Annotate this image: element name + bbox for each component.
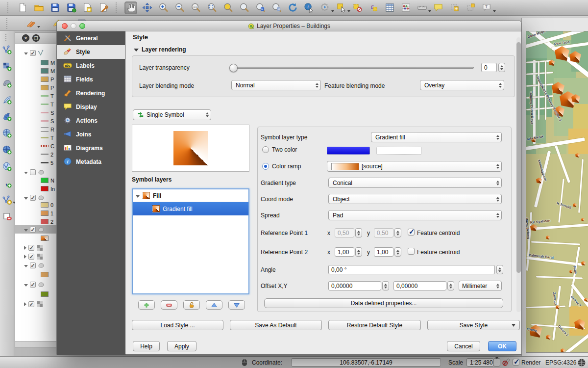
float-panel-icon[interactable]: ❐ bbox=[32, 34, 40, 42]
layer-legend-row[interactable]: C bbox=[15, 142, 56, 150]
ref1-centroid-checkbox[interactable] bbox=[408, 229, 415, 236]
select-features-icon[interactable] bbox=[335, 1, 347, 14]
layer-legend-row[interactable]: P bbox=[15, 83, 56, 92]
scale-combo-arrow[interactable] bbox=[493, 358, 500, 367]
zoom-window-icon[interactable] bbox=[79, 23, 85, 29]
add-wfs-layer-icon[interactable] bbox=[1, 160, 13, 172]
offset-y-field[interactable]: 0,00000 bbox=[393, 281, 446, 290]
layer-legend-row[interactable]: 0 bbox=[15, 201, 56, 209]
layer-blending-combo[interactable]: Normal bbox=[231, 80, 321, 90]
zoom-next-icon[interactable] bbox=[270, 1, 283, 14]
sidebar-item-metadata[interactable]: iMetadata bbox=[57, 155, 125, 169]
sidebar-item-rendering[interactable]: Rendering bbox=[57, 86, 125, 100]
layer-legend-row[interactable]: P bbox=[15, 75, 56, 83]
layer-group-row[interactable]: ✓ bbox=[15, 252, 56, 261]
epsg-status[interactable]: EPSG:4326 bbox=[545, 359, 576, 366]
layer-legend-row[interactable] bbox=[15, 270, 56, 279]
layer-group-row[interactable]: ✓ bbox=[15, 280, 56, 289]
sidebar-item-labels[interactable]: abcLabels bbox=[57, 59, 125, 73]
layer-legend-row[interactable] bbox=[15, 290, 56, 298]
layer-legend-row[interactable]: M bbox=[15, 58, 56, 67]
ref2-y-stepper[interactable] bbox=[394, 247, 401, 257]
add-postgis-layer-icon[interactable] bbox=[1, 77, 13, 89]
zoom-to-selection-icon[interactable] bbox=[221, 1, 234, 14]
ref1-y-stepper[interactable] bbox=[394, 228, 401, 237]
color-ramp-combo[interactable]: [source] bbox=[327, 161, 502, 172]
move-down-button[interactable] bbox=[228, 300, 245, 310]
layer-rendering-toggle[interactable]: Layer rendering bbox=[134, 46, 186, 53]
lock-symbol-layer-button[interactable] bbox=[183, 300, 200, 310]
pan-map-icon[interactable] bbox=[124, 1, 137, 14]
ref1-y-field[interactable]: 0,50 bbox=[374, 228, 393, 237]
layer-legend-row[interactable]: 2 bbox=[15, 217, 56, 226]
layer-group-row[interactable]: ✓ bbox=[15, 261, 56, 269]
cancel-button[interactable]: Cancel bbox=[447, 341, 480, 351]
sidebar-item-general[interactable]: General bbox=[57, 31, 125, 45]
dialog-titlebar[interactable]: Layer Properties – Buildings bbox=[57, 21, 521, 31]
ref1-x-field[interactable]: 0,50 bbox=[335, 228, 354, 237]
spread-combo[interactable]: Pad bbox=[328, 210, 502, 220]
map-canvas[interactable]: Daan MogotKyai TapaTransjakarta Busway K… bbox=[526, 31, 588, 353]
layer-legend-row[interactable]: S bbox=[15, 117, 56, 125]
coordinate-field[interactable]: 106.83507,-6.17149 bbox=[291, 358, 441, 367]
refresh-map-icon[interactable] bbox=[286, 1, 299, 14]
sidebar-item-joins[interactable]: Joins bbox=[57, 128, 125, 141]
add-spatialite-layer-icon[interactable] bbox=[1, 94, 13, 105]
add-delimited-text-layer-icon[interactable]: , bbox=[1, 177, 13, 189]
layer-legend-row[interactable]: S bbox=[15, 108, 56, 117]
angle-stepper[interactable] bbox=[496, 265, 503, 274]
stop-rendering-icon[interactable] bbox=[502, 358, 511, 367]
save-project-as-icon[interactable] bbox=[65, 1, 77, 14]
composer-manager-icon[interactable] bbox=[97, 1, 110, 14]
offset-x-field[interactable]: 0,00000 bbox=[328, 281, 381, 290]
move-up-button[interactable] bbox=[206, 300, 222, 310]
select-by-expression-icon[interactable]: ε bbox=[367, 1, 380, 14]
remove-symbol-layer-button[interactable] bbox=[161, 300, 177, 310]
sidebar-item-fields[interactable]: Fields bbox=[57, 73, 125, 86]
save-as-default-button[interactable]: Save As Default bbox=[230, 320, 322, 330]
add-raster-layer-icon[interactable] bbox=[1, 60, 13, 72]
data-defined-properties-button[interactable]: Data defined properties... bbox=[264, 298, 503, 308]
transparency-value-field[interactable]: 0 bbox=[481, 63, 497, 72]
offset-x-stepper[interactable] bbox=[382, 281, 389, 290]
gradient-type-combo[interactable]: Conical bbox=[328, 178, 502, 188]
ref2-y-field[interactable]: 1,00 bbox=[374, 247, 393, 257]
zoom-full-icon[interactable] bbox=[205, 1, 218, 14]
minimize-window-icon[interactable] bbox=[71, 23, 76, 29]
sidebar-item-diagrams[interactable]: Diagrams bbox=[57, 141, 125, 155]
two-color-radio[interactable] bbox=[262, 146, 269, 153]
layer-legend-row[interactable]: N bbox=[15, 176, 56, 184]
run-feature-action-icon[interactable] bbox=[318, 1, 331, 14]
ref2-x-field[interactable]: 1,00 bbox=[335, 247, 354, 257]
offset-unit-combo[interactable]: Millimeter bbox=[459, 281, 502, 291]
add-wms-layer-icon[interactable] bbox=[1, 127, 13, 139]
transparency-slider-handle[interactable] bbox=[229, 64, 238, 72]
map-tips-icon[interactable] bbox=[432, 1, 444, 14]
zoom-native-icon[interactable]: 1:1 bbox=[189, 1, 202, 14]
dialog-scrollbar[interactable] bbox=[516, 37, 521, 312]
zoom-in-icon[interactable] bbox=[157, 1, 170, 14]
projection-globe-icon[interactable] bbox=[577, 358, 586, 367]
layer-legend-row[interactable] bbox=[15, 234, 56, 242]
new-print-composer-icon[interactable] bbox=[81, 1, 94, 14]
dialog-scrollbar-thumb[interactable] bbox=[516, 42, 521, 273]
current-edits-icon[interactable] bbox=[24, 17, 37, 30]
layer-group-row[interactable]: ✓ bbox=[15, 300, 56, 308]
angle-field[interactable]: 0,00 ° bbox=[328, 265, 495, 274]
layer-legend-row[interactable]: In bbox=[15, 184, 56, 193]
open-attribute-table-icon[interactable] bbox=[383, 1, 396, 14]
layer-legend-row[interactable]: T bbox=[15, 133, 56, 142]
help-button[interactable]: Help bbox=[133, 341, 160, 351]
offset-y-stepper[interactable] bbox=[447, 281, 454, 290]
restore-default-style-button[interactable]: Restore Default Style bbox=[328, 320, 421, 330]
layer-legend-row[interactable]: 1 bbox=[15, 209, 56, 217]
add-wcs-layer-icon[interactable] bbox=[1, 144, 13, 156]
coord-mode-combo[interactable]: Object bbox=[328, 194, 502, 204]
new-shapefile-layer-icon[interactable] bbox=[1, 194, 13, 206]
layer-legend-row[interactable]: 2 bbox=[15, 150, 56, 158]
text-annotation-icon[interactable]: T bbox=[480, 1, 493, 14]
new-project-icon[interactable] bbox=[16, 1, 29, 14]
gradient-color2-button[interactable] bbox=[376, 147, 421, 155]
load-style-button[interactable]: Load Style ... bbox=[132, 320, 223, 330]
ok-button[interactable]: OK bbox=[488, 341, 516, 351]
